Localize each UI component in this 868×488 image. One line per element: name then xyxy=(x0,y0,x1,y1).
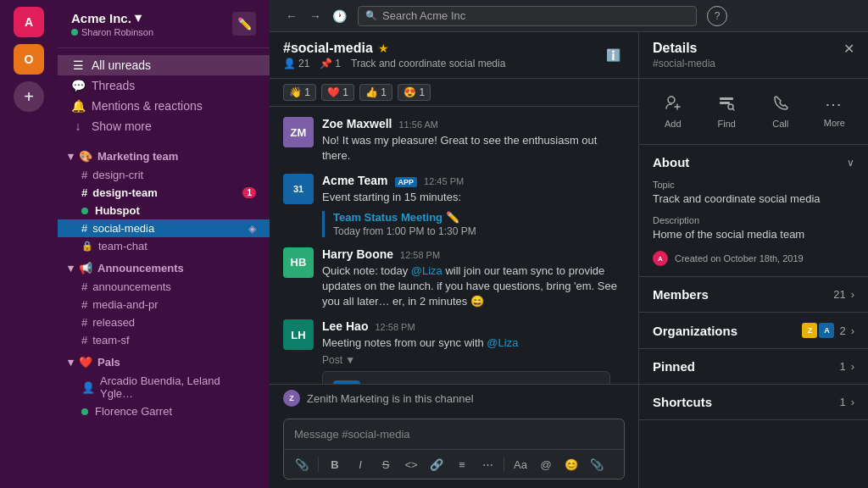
created-info: A Created on October 18th, 2019 xyxy=(653,251,854,266)
call-label: Call xyxy=(772,119,788,129)
details-find-button[interactable]: Find xyxy=(700,89,754,134)
file-upload-button[interactable]: 📎 xyxy=(586,453,608,475)
event-time: Today from 1:00 PM to 1:30 PM xyxy=(333,225,625,237)
toolbar-separator-2 xyxy=(504,457,504,472)
description-label: Description xyxy=(653,215,854,225)
channel-florence[interactable]: Florence Garret xyxy=(58,402,270,420)
pin-count: 📌 1 xyxy=(320,58,341,69)
details-channel-ref: #social-media xyxy=(653,58,715,69)
message-text: Event starting in 15 minutes: xyxy=(322,190,625,205)
details-close-button[interactable]: ✕ xyxy=(843,41,854,57)
message-time: 12:58 PM xyxy=(375,322,415,332)
event-title: Team Status Meeting ✏️ xyxy=(333,211,625,224)
channel-design-team[interactable]: # design-team 1 xyxy=(58,184,270,202)
reaction-thumbsup[interactable]: 👍 1 xyxy=(359,84,392,101)
channel-header: #social-media ★ 👤 21 📌 1 xyxy=(270,32,638,79)
created-avatar: A xyxy=(653,251,668,266)
svg-rect-4 xyxy=(720,102,730,104)
nav-threads[interactable]: 💬 Threads xyxy=(58,75,270,96)
table-row: 31 Acme Team APP 12:45 PM Event starting… xyxy=(283,174,625,236)
mention-button[interactable]: @ xyxy=(535,453,557,475)
channel-group-announcements-header[interactable]: ▾ 📢 Announcements xyxy=(58,258,270,278)
more-formatting-button[interactable]: ⋯ xyxy=(476,453,498,475)
strikethrough-button[interactable]: S xyxy=(375,453,397,475)
about-section-title: About xyxy=(653,155,689,169)
reaction-wave[interactable]: 👋 1 xyxy=(283,84,316,101)
about-chevron-icon: ∨ xyxy=(847,157,854,169)
organizations-row[interactable]: Organizations Z A 2 › xyxy=(639,313,868,349)
table-row: LH Lee Hao 12:58 PM Meeting notes from o… xyxy=(283,319,625,384)
pinned-row[interactable]: Pinned 1 › xyxy=(639,349,868,385)
reaction-heart[interactable]: ❤️ 1 xyxy=(321,84,354,101)
code-button[interactable]: <> xyxy=(400,453,422,475)
workspace-avatar-acme[interactable]: A xyxy=(14,7,44,37)
details-add-button[interactable]: Add xyxy=(646,89,700,134)
channel-star-icon[interactable]: ★ xyxy=(378,42,389,55)
message-body: Harry Boone 12:58 PM Quick note: today @… xyxy=(322,247,625,310)
help-button[interactable]: ? xyxy=(707,6,727,26)
message-input[interactable] xyxy=(284,419,624,449)
channel-design-crit[interactable]: # design-crit xyxy=(58,166,270,184)
forward-button[interactable]: → xyxy=(307,9,324,23)
channel-hubspot[interactable]: Hubspot xyxy=(58,202,270,219)
message-time: 11:56 AM xyxy=(398,119,437,130)
description-field: Description Home of the social media tea… xyxy=(653,215,854,241)
reaction-heart-eyes[interactable]: 😍 1 xyxy=(398,84,431,101)
svg-point-0 xyxy=(668,97,675,103)
new-message-button[interactable]: ✏️ xyxy=(232,12,256,36)
shortcuts-label: Shortcuts xyxy=(653,395,712,409)
details-panel: Details #social-media ✕ xyxy=(639,32,868,488)
pinned-count-area: 1 › xyxy=(839,360,854,373)
channel-info-button[interactable]: ℹ️ xyxy=(601,43,625,67)
attachment-button[interactable]: 📎 xyxy=(291,453,313,475)
font-button[interactable]: Aa xyxy=(509,453,531,475)
channel-team-chat[interactable]: 🔒 team-chat xyxy=(58,237,270,255)
emoji-button[interactable]: 😊 xyxy=(560,453,582,475)
members-count: 👤 21 xyxy=(283,58,309,69)
history-button[interactable]: 🕐 xyxy=(331,9,348,23)
channel-group-marketing-header[interactable]: ▾ 🎨 Marketing team xyxy=(58,147,270,166)
workspace-name[interactable]: Acme Inc. ▾ xyxy=(71,10,153,25)
link-button[interactable]: 🔗 xyxy=(426,453,448,475)
nav-mentions[interactable]: 🔔 Mentions & reactions xyxy=(58,96,270,116)
message-text: No! It was my pleasure! Great to see the… xyxy=(322,133,625,164)
svg-line-6 xyxy=(732,108,734,110)
topic-value: Track and coordinate social media xyxy=(653,192,854,205)
meeting-card[interactable]: 📄 1/9 Meeting Notes Last edited just now xyxy=(322,371,610,384)
nav-all-unreads[interactable]: ☰ All unreads xyxy=(58,55,270,75)
details-more-button[interactable]: ⋯ More xyxy=(808,89,862,134)
organizations-label: Organizations xyxy=(653,324,737,338)
channel-group-pals-header[interactable]: ▾ ❤️ Pals xyxy=(58,352,270,372)
add-workspace-button[interactable]: + xyxy=(14,81,44,112)
members-label: Members xyxy=(653,287,709,302)
channel-team-sf[interactable]: # team-sf xyxy=(58,331,270,349)
message-author: Harry Boone xyxy=(322,247,393,261)
details-about-header[interactable]: About ∨ xyxy=(639,145,868,180)
workspace-avatar-secondary[interactable]: O xyxy=(14,44,44,75)
shortcuts-row[interactable]: Shortcuts 1 › xyxy=(639,385,868,420)
event-card: Team Status Meeting ✏️ Today from 1:00 P… xyxy=(322,211,625,237)
details-icons: Add Find xyxy=(639,79,868,145)
channel-design-team-badge: 1 xyxy=(242,187,256,198)
channel-released[interactable]: # released xyxy=(58,313,270,331)
zenith-avatar: Z xyxy=(283,390,300,407)
message-body: Acme Team APP 12:45 PM Event starting in… xyxy=(322,174,625,236)
list-button[interactable]: ≡ xyxy=(451,453,473,475)
chat-area: #social-media ★ 👤 21 📌 1 xyxy=(270,32,639,488)
members-count-area: 21 › xyxy=(833,288,854,301)
pinned-chevron-icon: › xyxy=(851,360,854,373)
channel-arcadio[interactable]: 👤 Arcadio Buendia, Leland Ygle… xyxy=(58,372,270,402)
back-button[interactable]: ← xyxy=(283,9,300,23)
channel-media-and-pr[interactable]: # media-and-pr xyxy=(58,296,270,313)
members-row[interactable]: Members 21 › xyxy=(639,277,868,313)
channel-announcements[interactable]: # announcements xyxy=(58,278,270,296)
channel-social-media[interactable]: # social-media ◈ xyxy=(58,219,270,237)
details-call-button[interactable]: Call xyxy=(754,89,808,134)
search-bar[interactable]: 🔍 Search Acme Inc xyxy=(358,6,697,26)
bold-button[interactable]: B xyxy=(324,453,346,475)
app-container: A O + Acme Inc. ▾ Sharon Robinson ✏️ ☰ A… xyxy=(0,0,868,488)
italic-button[interactable]: I xyxy=(349,453,371,475)
reactions-bar: 👋 1 ❤️ 1 👍 1 😍 1 xyxy=(270,79,638,107)
post-label[interactable]: Post ▼ xyxy=(322,354,625,366)
nav-show-more[interactable]: ↓ Show more xyxy=(58,116,270,136)
